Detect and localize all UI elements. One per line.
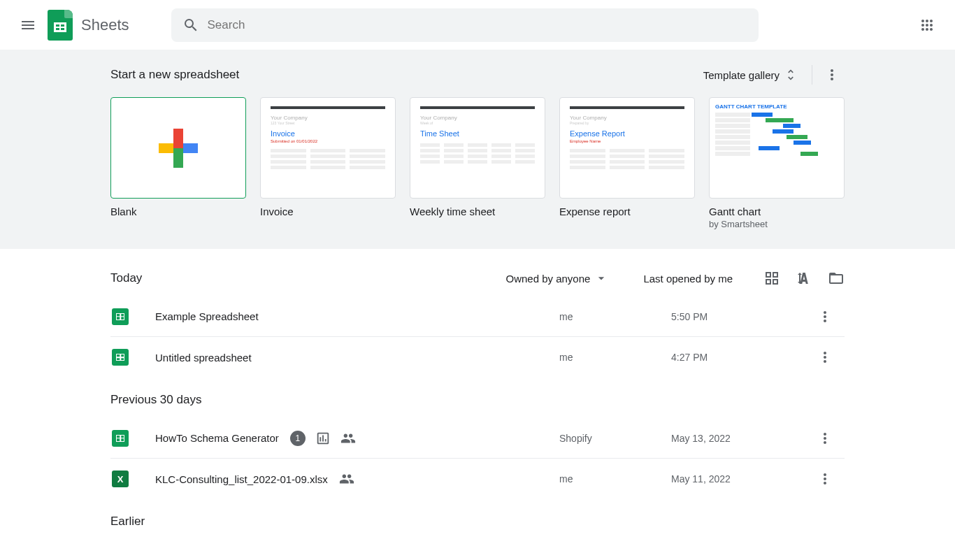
shared-icon <box>339 471 354 487</box>
templates-section: Start a new spreadsheet Template gallery <box>0 50 955 249</box>
template-expense-report[interactable]: Your CompanyPrepared byExpense ReportEmp… <box>559 97 695 229</box>
sort-az-icon[interactable] <box>796 270 812 287</box>
template-invoice[interactable]: Your Company123 Your StreetInvoiceSubmit… <box>260 97 396 229</box>
document-date: 5:50 PM <box>671 311 811 322</box>
search-container <box>171 8 759 42</box>
owned-by-filter[interactable]: Owned by anyone <box>505 271 608 285</box>
main-menu-button[interactable] <box>11 8 45 42</box>
group-title-today: Today <box>110 271 142 285</box>
documents-header: Today Owned by anyone Last opened by me <box>110 263 845 296</box>
hamburger-icon <box>20 17 36 34</box>
document-date: May 13, 2022 <box>671 433 811 444</box>
template-gallery-label: Template gallery <box>703 69 780 81</box>
group-title-earlier: Earlier <box>110 499 845 540</box>
templates-row: Blank Your Company123 Your StreetInvoice… <box>110 97 845 229</box>
sheets-file-icon <box>112 349 129 366</box>
document-row[interactable]: Untitled spreadsheet me 4:27 PM <box>110 337 845 378</box>
document-badges: 1 <box>290 431 356 446</box>
sheets-logo-icon <box>48 10 73 41</box>
document-row[interactable]: X KLC-Consulting_list_2022-01-09.xlsx me… <box>110 459 845 499</box>
document-more-button[interactable] <box>811 430 839 447</box>
plus-icon <box>159 129 198 168</box>
document-more-button[interactable] <box>811 349 839 366</box>
document-name: HowTo Schema Generator <box>155 432 279 444</box>
template-thumb: GANTT CHART TEMPLATE <box>709 97 845 199</box>
group-title-previous-30-days: Previous 30 days <box>110 378 845 418</box>
grid-view-icon[interactable] <box>763 270 780 287</box>
app-name: Sheets <box>81 16 129 34</box>
document-owner: Shopify <box>559 433 671 444</box>
document-more-button[interactable] <box>811 308 839 325</box>
template-thumb: Your CompanyPrepared byExpense ReportEmp… <box>559 97 695 199</box>
shared-icon <box>340 431 356 446</box>
document-name: Untitled spreadsheet <box>155 352 252 364</box>
templates-header: Start a new spreadsheet Template gallery <box>110 62 845 87</box>
template-label: Invoice <box>260 206 396 217</box>
apps-grid-icon <box>919 17 935 34</box>
search-input[interactable] <box>208 18 747 32</box>
template-label: Gantt chart <box>709 206 845 217</box>
unfold-icon <box>784 68 798 82</box>
more-vert-icon <box>817 430 833 447</box>
documents-section: Today Owned by anyone Last opened by me … <box>110 249 845 540</box>
view-tools <box>763 270 845 287</box>
template-sublabel: by Smartsheet <box>709 219 845 229</box>
owned-by-label: Owned by anyone <box>505 273 590 285</box>
excel-file-icon: X <box>112 471 129 487</box>
template-blank[interactable]: Blank <box>110 97 246 229</box>
sheets-file-icon <box>112 430 129 447</box>
templates-more-button[interactable] <box>819 62 845 87</box>
more-vert-icon <box>817 471 833 487</box>
document-date: 4:27 PM <box>671 352 811 363</box>
separator <box>812 65 812 85</box>
document-owner: me <box>559 352 671 363</box>
template-weekly-time-sheet[interactable]: Your CompanyWeek ofTime Sheet Weekly tim… <box>410 97 545 229</box>
template-label: Expense report <box>559 206 695 217</box>
document-owner: me <box>559 311 671 322</box>
document-row[interactable]: Example Spreadsheet me 5:50 PM <box>110 296 845 337</box>
document-owner: me <box>559 473 671 484</box>
dropdown-icon <box>594 271 608 285</box>
app-logo-block[interactable]: Sheets <box>48 10 129 41</box>
document-name: Example Spreadsheet <box>155 310 259 322</box>
more-vert-icon <box>817 308 833 325</box>
template-thumb: Your CompanyWeek ofTime Sheet <box>410 97 545 199</box>
template-label: Blank <box>110 206 246 217</box>
app-header: Sheets <box>0 0 955 50</box>
search-bar[interactable] <box>171 8 759 42</box>
more-vert-icon <box>824 66 840 83</box>
document-badges <box>339 471 354 487</box>
template-thumb <box>110 97 246 199</box>
sort-label[interactable]: Last opened by me <box>643 273 733 285</box>
template-gallery-button[interactable]: Template gallery <box>696 64 805 86</box>
folder-icon[interactable] <box>828 270 845 287</box>
document-row[interactable]: HowTo Schema Generator 1 Shopify May 13,… <box>110 418 845 459</box>
document-more-button[interactable] <box>811 471 839 487</box>
document-date: May 11, 2022 <box>671 473 811 484</box>
template-label: Weekly time sheet <box>410 206 545 217</box>
document-name: KLC-Consulting_list_2022-01-09.xlsx <box>155 473 328 485</box>
template-gantt-chart[interactable]: GANTT CHART TEMPLATE Gantt chart by Smar… <box>709 97 845 229</box>
templates-title: Start a new spreadsheet <box>110 68 239 82</box>
more-vert-icon <box>817 349 833 366</box>
google-apps-button[interactable] <box>910 8 944 42</box>
sheets-file-icon <box>112 308 129 325</box>
search-icon <box>182 17 199 34</box>
apps-script-icon <box>315 431 331 446</box>
count-badge: 1 <box>290 431 306 446</box>
template-thumb: Your Company123 Your StreetInvoiceSubmit… <box>260 97 396 199</box>
